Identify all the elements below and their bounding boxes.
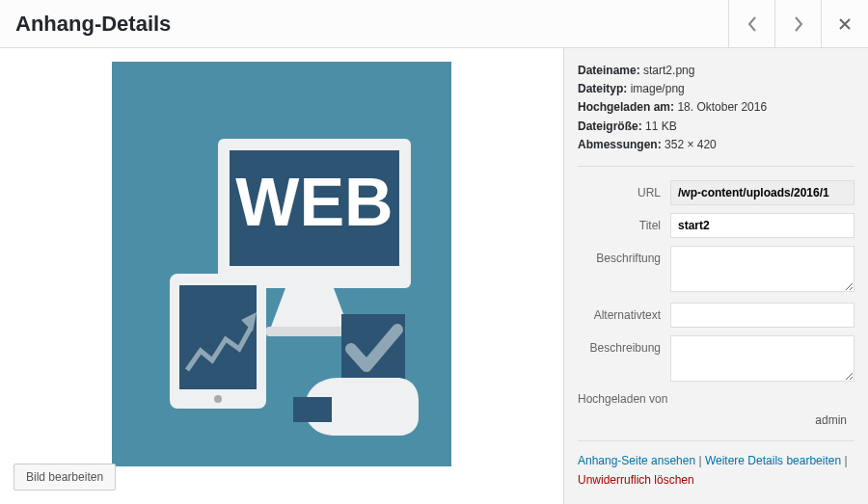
separator: | <box>841 454 847 467</box>
view-attachment-page-link[interactable]: Anhang-Seite ansehen <box>578 454 695 467</box>
svg-point-10 <box>333 407 339 412</box>
filetype-value: image/png <box>631 82 685 95</box>
attachment-actions: Anhang-Seite ansehen | Weitere Details b… <box>578 440 854 491</box>
svg-point-7 <box>214 395 222 403</box>
description-field[interactable] <box>670 335 854 382</box>
uploaded-on-value: 18. Oktober 2016 <box>677 100 767 114</box>
filename-label: Dateiname: <box>578 64 640 77</box>
uploaded-by-label: Hochgeladen von <box>578 392 854 406</box>
close-button[interactable] <box>822 0 868 47</box>
caption-label: Beschriftung <box>578 246 670 265</box>
dimensions-value: 352 × 420 <box>665 138 717 151</box>
url-field[interactable] <box>670 180 854 205</box>
edit-more-details-link[interactable]: Weitere Details bearbeiten <box>705 454 841 467</box>
filetype-label: Dateityp: <box>578 82 627 95</box>
attachment-preview: WEB <box>112 62 451 466</box>
title-label: Titel <box>578 213 670 232</box>
chevron-left-icon <box>747 15 757 33</box>
description-label: Beschreibung <box>578 335 670 355</box>
filename-value: start2.png <box>643 64 694 77</box>
uploaded-on-label: Hochgeladen am: <box>578 100 674 114</box>
svg-rect-9 <box>293 397 332 422</box>
prev-button[interactable] <box>729 0 775 47</box>
caption-field[interactable] <box>670 246 854 292</box>
delete-permanently-link[interactable]: Unwiderruflich löschen <box>578 473 694 487</box>
url-label: URL <box>578 180 670 199</box>
alt-field[interactable] <box>670 303 854 328</box>
uploaded-by-value: admin <box>578 413 854 427</box>
dialog-title: Anhang-Details <box>0 12 171 37</box>
filesize-label: Dateigröße: <box>578 119 642 133</box>
attachment-meta: Dateiname: start2.png Dateityp: image/pn… <box>578 62 854 167</box>
separator: | <box>695 454 705 467</box>
svg-text:WEB: WEB <box>235 165 393 240</box>
alt-label: Alternativtext <box>578 303 670 322</box>
chevron-right-icon <box>794 15 803 33</box>
title-field[interactable] <box>670 213 854 238</box>
dimensions-label: Abmessungen: <box>578 138 662 151</box>
filesize-value: 11 KB <box>645 119 677 133</box>
edit-image-button[interactable]: Bild bearbeiten <box>14 464 116 491</box>
next-button[interactable] <box>775 0 822 47</box>
close-icon <box>838 17 852 31</box>
